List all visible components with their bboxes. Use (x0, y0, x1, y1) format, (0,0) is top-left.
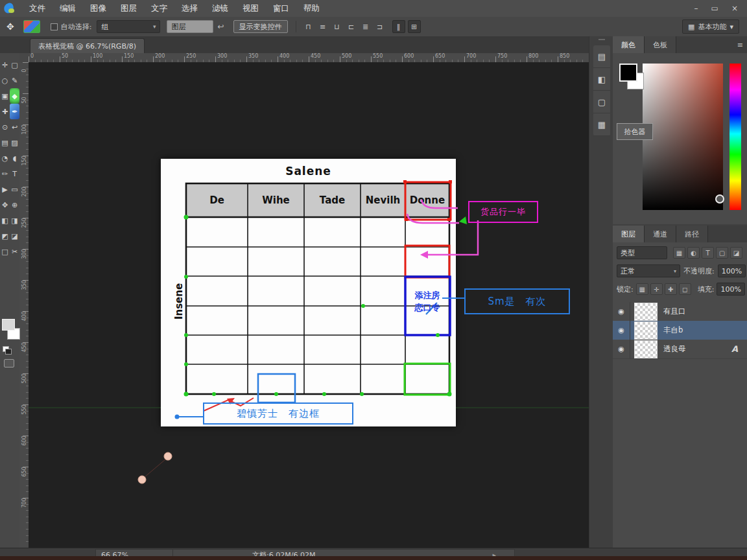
undo-icon[interactable]: ↩ (217, 22, 224, 31)
lock-position-icon[interactable]: ✚ (665, 283, 677, 295)
align-right-icon[interactable]: ⊐ (374, 21, 386, 32)
layer-row[interactable]: ◉ 有且口 (613, 302, 747, 321)
layer-row-selected[interactable]: ◉ 丰自b (613, 321, 747, 340)
visibility-eye-icon[interactable]: ◉ (613, 321, 630, 340)
layer-filter-dropdown[interactable]: 类型 (617, 246, 667, 259)
move-tool-icon[interactable]: ✛ (0, 57, 10, 73)
type-tool-icon[interactable]: T (10, 166, 19, 181)
document-tab[interactable]: 表格视觉稿 @ 66.7%(RGB/8) (30, 38, 145, 54)
path-select-tool-icon[interactable]: ▶ (0, 181, 10, 197)
tool-21-icon[interactable]: ◧ (0, 213, 10, 228)
tab-layers[interactable]: 图层 (613, 226, 645, 242)
eyedropper-tool-icon[interactable]: ◆ (10, 88, 19, 104)
tool-24-icon[interactable]: ◪ (10, 228, 19, 244)
collapsed-panel-2-icon[interactable]: ◧ (593, 68, 610, 91)
menu-item[interactable]: 文字 (144, 3, 174, 14)
restore-button[interactable]: ▭ (711, 5, 718, 12)
healing-tool-icon[interactable]: ✚ (0, 104, 10, 119)
pen-tool-icon[interactable]: ✏ (0, 166, 10, 181)
dock-grip[interactable] (599, 39, 605, 40)
canvas-viewport[interactable]: Salene Insene De Wihe Tade Nevilh Donne (29, 62, 589, 548)
collapsed-panel-4-icon[interactable]: ▦ (593, 113, 610, 136)
menu-item[interactable]: 视图 (235, 3, 266, 14)
collapsed-panel-1-icon[interactable]: ▤ (593, 45, 610, 68)
options-bar: ✥ 自动选择: 组 ▾ 图层 ↩ 显示变换控件 ⊓≡⊔⊏≣⊐ ‖⊞ ▦ 基本功能… (0, 17, 747, 37)
menu-item[interactable]: 文件 (22, 3, 53, 14)
tab-swatches[interactable]: 色板 (645, 36, 676, 53)
layer-thumbnail[interactable] (634, 321, 658, 340)
photoshop-window: 文件编辑图像图层文字选择滤镜视图窗口帮助 –▭× ✥ 自动选择: 组 ▾ 图层 … (0, 0, 747, 560)
zoom-tool-icon[interactable]: ⊕ (10, 197, 19, 213)
menu-item[interactable]: 图像 (83, 3, 113, 14)
close-button[interactable]: × (731, 5, 738, 12)
gradient-tool-icon[interactable]: ▨ (10, 135, 19, 150)
blur-tool-icon[interactable]: ◔ (0, 150, 10, 166)
hand-tool-icon[interactable]: ✥ (0, 197, 10, 213)
collapsed-panel-3-icon[interactable]: ▢ (593, 91, 610, 113)
crop-tool-icon[interactable]: ▣ (0, 88, 10, 104)
lock-all-icon[interactable]: ◻ (679, 283, 691, 295)
color-picker-marker[interactable] (715, 194, 724, 204)
tools: ✛▢○✎▣◆✚✒⊙↩▤▨◔◖✏T▶▭✥⊕◧◨◩◪□✂ (0, 53, 19, 259)
foreground-color-swatch[interactable] (2, 319, 15, 331)
tool-preset-icon[interactable] (23, 20, 40, 33)
align-top-icon[interactable]: ⊓ (303, 21, 314, 32)
layer-thumbnail[interactable] (634, 303, 658, 321)
menu-item[interactable]: 图层 (113, 3, 144, 14)
blend-mode-dropdown[interactable]: 正常 ▾ (617, 264, 680, 277)
marquee-tool-icon[interactable]: ▢ (10, 57, 19, 73)
dodge-tool-icon[interactable]: ◖ (10, 150, 19, 166)
menu-item[interactable]: 选择 (174, 3, 205, 14)
auto-select-dropdown[interactable]: 组 ▾ (97, 20, 160, 33)
fill-value[interactable]: 100% (717, 283, 744, 296)
lock-transparent-icon[interactable]: ▦ (636, 283, 648, 295)
lasso-tool-icon[interactable]: ○ (0, 73, 10, 88)
distribute-icon[interactable]: ‖ (392, 20, 405, 33)
three-d-mode-icon[interactable]: ⊞ (408, 20, 421, 33)
lock-pixels-icon[interactable]: ✛ (650, 283, 663, 295)
target-layer-dropdown[interactable]: 图层 (167, 20, 213, 33)
tool-22-icon[interactable]: ◨ (10, 213, 19, 228)
align-left-icon[interactable]: ⊏ (346, 21, 357, 32)
filter-type-icon[interactable]: T (702, 247, 714, 259)
foreground-color-swatch[interactable] (619, 64, 637, 82)
tool-25-icon[interactable]: □ (0, 244, 10, 259)
align-middle-icon[interactable]: ≡ (317, 21, 329, 32)
align-bottom-icon[interactable]: ⊔ (331, 21, 343, 32)
filter-adjust-icon[interactable]: ◐ (687, 247, 700, 259)
menu-item[interactable]: 帮助 (296, 3, 327, 14)
align-center-icon[interactable]: ≣ (360, 21, 372, 32)
layer-thumbnail[interactable] (634, 340, 658, 358)
panel-menu-icon[interactable]: ≡ (737, 41, 743, 49)
visibility-eye-icon[interactable]: ◉ (613, 340, 630, 358)
menu-item[interactable]: 窗口 (266, 3, 296, 14)
filter-pixel-icon[interactable]: ▦ (673, 247, 685, 259)
auto-select-checkbox[interactable] (51, 23, 58, 30)
layer-row[interactable]: ◉ 透良母 A (613, 340, 747, 359)
hue-slider[interactable] (729, 64, 741, 210)
filter-shape-icon[interactable]: ▢ (716, 247, 728, 259)
tab-paths[interactable]: 路径 (676, 226, 708, 242)
eraser-tool-icon[interactable]: ▤ (0, 135, 10, 150)
quick-mask-icon[interactable] (4, 359, 14, 368)
minimize-button[interactable]: – (694, 5, 698, 12)
opacity-label: 不透明度: (683, 266, 715, 276)
tab-color[interactable]: 颜色 (613, 36, 645, 53)
clone-stamp-tool-icon[interactable]: ⊙ (0, 119, 10, 135)
visibility-eye-icon[interactable]: ◉ (613, 302, 630, 321)
saturation-brightness-field[interactable] (643, 64, 723, 210)
tab-channels[interactable]: 通道 (645, 226, 676, 242)
default-colors-icon[interactable] (3, 346, 12, 354)
tool-26-icon[interactable]: ✂ (10, 244, 19, 259)
menu-item[interactable]: 编辑 (53, 3, 83, 14)
brush-tool-icon[interactable]: ✒ (10, 104, 19, 119)
quick-select-tool-icon[interactable]: ✎ (10, 73, 19, 88)
workspace-switcher-button[interactable]: ▦ 基本功能 ▾ (682, 19, 739, 34)
history-brush-tool-icon[interactable]: ↩ (10, 119, 19, 135)
show-transform-controls-button[interactable]: 显示变换控件 (233, 20, 288, 33)
opacity-value[interactable]: 100% (718, 264, 746, 277)
tool-23-icon[interactable]: ◩ (0, 228, 10, 244)
menu-item[interactable]: 滤镜 (205, 3, 235, 14)
shape-tool-icon[interactable]: ▭ (10, 181, 19, 197)
filter-smart-icon[interactable]: ◪ (730, 247, 742, 259)
